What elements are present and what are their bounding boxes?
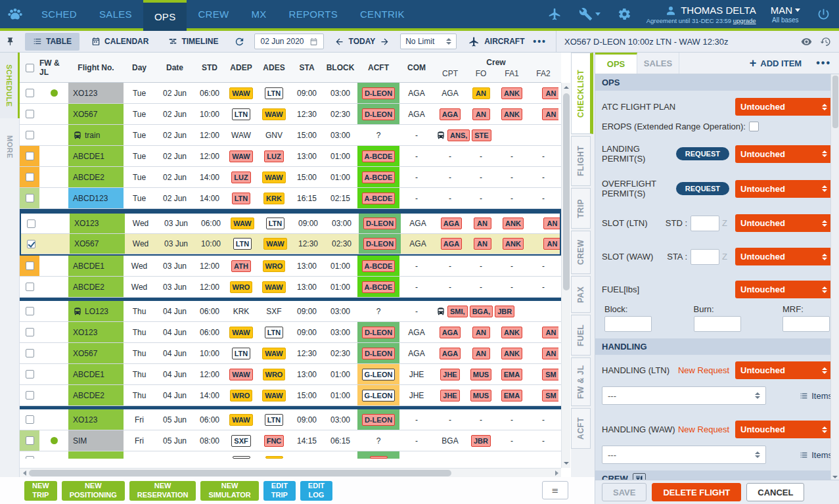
view-button-timeline[interactable]: TIMELINE (160, 33, 226, 51)
flight-no-cell[interactable]: ABCDE2 (68, 277, 124, 297)
items-button[interactable]: Items (800, 450, 832, 460)
view-button-calendar[interactable]: CALENDAR (83, 33, 156, 51)
nav-item-ops[interactable]: OPS (143, 0, 187, 31)
tab-sales[interactable]: SALES (637, 53, 679, 74)
flight-row[interactable]: XO123Fri05 Jun06:00WAWLTN09:0003:00D-LEO… (20, 409, 561, 430)
slot-sta-input[interactable] (691, 249, 719, 265)
fuel-mrf-input[interactable] (782, 316, 830, 332)
history-icon[interactable] (820, 36, 831, 47)
flight-row[interactable]: LO123Thu04 Jun06:00KRKSXF09:0003:00?-SMI… (20, 301, 561, 322)
sidebar-item-schedule[interactable]: SCHEDULE (0, 53, 20, 118)
handling-agent-select[interactable]: --- (602, 386, 766, 405)
add-item-button[interactable]: +ADD ITEM (743, 53, 808, 74)
flight-no-cell[interactable] (68, 451, 124, 459)
flight-no-cell[interactable]: ABCDE2 (68, 385, 124, 405)
flight-row[interactable]: ABCDE1Wed03 Jun12:00ATHWRO13:0001:00A-BC… (20, 256, 561, 277)
new-request-link[interactable]: New Request (678, 424, 729, 434)
flight-row[interactable]: ABCDE2Thu04 Jun14:00WROWAW15:0001:00G-LE… (20, 385, 561, 406)
row-checkbox[interactable] (26, 262, 34, 270)
side-tab-checklist[interactable]: CHECKLIST (571, 53, 593, 134)
logout-power-icon[interactable] (808, 0, 839, 28)
side-tab-fuel[interactable]: FUEL (571, 315, 591, 355)
scroll-up-arrow-icon[interactable] (564, 86, 569, 89)
status-select[interactable]: Untouched (735, 180, 832, 198)
row-checkbox[interactable] (26, 173, 34, 181)
flight-no-cell[interactable]: XO123 (68, 322, 124, 342)
refresh-icon[interactable] (234, 36, 245, 47)
flight-no-cell[interactable]: ABCDE1 (68, 256, 124, 276)
today-button[interactable]: TODAY (349, 37, 376, 46)
new-simulator-button[interactable]: NEWSIMULATOR (200, 481, 258, 501)
flight-row[interactable]: XO567Wed03 Jun10:00LTNWAW12:3002:30D-LEO… (21, 234, 560, 254)
layout-menu-button[interactable]: ≡ (542, 481, 568, 499)
new-reservation-button[interactable]: NEWRESERVATION (129, 481, 196, 501)
flight-no-cell[interactable]: XO123 (68, 83, 124, 103)
edit-log-button[interactable]: EDITLOG (300, 481, 332, 501)
status-select[interactable]: Untouched (735, 281, 832, 298)
erops-checkbox[interactable] (749, 122, 759, 131)
flight-row[interactable]: SIMFri05 Jun08:00SXFFNC14:1506:15?-BGAJB… (20, 430, 561, 451)
new-trip-button[interactable]: NEWTRIP (24, 481, 57, 501)
new-positioning-button[interactable]: NEWPOSITIONING (62, 481, 125, 501)
row-checkbox[interactable] (26, 436, 34, 445)
select-all-checkbox[interactable] (26, 64, 34, 72)
flight-no-cell[interactable]: XO567 (68, 104, 124, 124)
row-checkbox[interactable] (26, 283, 34, 291)
flight-no-cell[interactable]: XO123 (70, 214, 125, 233)
row-checkbox[interactable] (26, 415, 34, 424)
row-checkbox[interactable] (26, 194, 34, 202)
tools-wrench-icon[interactable] (570, 0, 609, 28)
flight-no-cell[interactable]: XO123 (68, 409, 124, 430)
request-button[interactable]: REQUEST (676, 147, 729, 160)
nav-item-centrik[interactable]: CENTRIK (349, 0, 416, 28)
status-select[interactable]: Untouched (735, 145, 832, 163)
flight-row[interactable]: XO567Thu04 Jun10:00LTNWAW12:3002:30D-LEO… (20, 343, 561, 364)
sidebar-item-more[interactable]: MORE (0, 124, 20, 170)
panel-scroll-down-icon[interactable] (832, 476, 838, 478)
status-select[interactable]: Untouched (735, 248, 832, 265)
flights-icon[interactable] (539, 0, 570, 28)
flight-no-cell[interactable]: train (68, 125, 124, 145)
flight-no-cell[interactable]: XO567 (70, 234, 125, 254)
flight-no-cell[interactable]: XO567 (68, 343, 124, 363)
prev-day-arrow-icon[interactable] (334, 37, 344, 47)
upgrade-link[interactable]: upgrade (733, 17, 756, 24)
side-tab-crew[interactable]: CREW (571, 231, 591, 274)
view-button-table[interactable]: TABLE (25, 33, 79, 51)
status-select[interactable]: Untouched (735, 361, 832, 379)
save-button[interactable]: SAVE (602, 483, 646, 501)
eye-icon[interactable] (801, 36, 812, 47)
row-checkbox[interactable] (26, 456, 34, 459)
flight-row[interactable]: XO123Wed03 Jun06:00WAWLTN09:0003:00D-LEO… (21, 214, 560, 234)
flight-row[interactable]: ABCD123Tue02 Jun14:00LTNKRK16:1502:15A-B… (20, 188, 561, 209)
request-button[interactable]: REQUEST (676, 182, 729, 195)
side-tab-acft[interactable]: ACFT (571, 408, 591, 449)
user-menu[interactable]: THOMAS DELTA Agreement until 31-DEC 23:5… (640, 0, 763, 28)
date-input[interactable]: 02 Jun 2020 (254, 34, 323, 49)
scroll-right-arrow-icon[interactable] (552, 469, 561, 478)
row-checkbox[interactable] (26, 370, 34, 378)
scroll-down-arrow-icon[interactable] (564, 462, 569, 465)
tab-ops[interactable]: OPS (595, 53, 637, 74)
row-checkbox[interactable] (26, 110, 34, 118)
panel-more-button[interactable]: ••• (808, 53, 839, 74)
nav-item-mx[interactable]: MX (240, 0, 278, 28)
flight-no-cell[interactable]: ABCDE2 (68, 167, 124, 187)
flight-no-cell[interactable]: ABCDE1 (68, 146, 124, 166)
vscroll-thumb[interactable] (563, 93, 570, 290)
delete-flight-button[interactable]: DELETE FLIGHT (652, 483, 741, 501)
flight-no-cell[interactable]: ABCD123 (68, 188, 124, 208)
pin-icon[interactable] (0, 37, 20, 47)
row-checkbox[interactable] (26, 328, 34, 336)
side-tab-flight[interactable]: FLIGHT (571, 136, 591, 186)
row-checkbox[interactable] (27, 240, 35, 248)
flight-row[interactable]: ABCDE2Tue02 Jun14:00LUZWAW15:0001:00A-BC… (20, 167, 561, 188)
status-select[interactable]: Untouched (735, 98, 832, 116)
flight-no-cell[interactable]: LO123 (68, 301, 124, 321)
flight-no-cell[interactable]: ABCDE1 (68, 364, 124, 384)
slot-std-input[interactable] (691, 216, 719, 231)
flight-no-cell[interactable]: SIM (68, 430, 124, 451)
flight-row[interactable]: ABCDE1Tue02 Jun12:00WAWLUZ13:0001:00A-BC… (20, 146, 561, 167)
flight-row[interactable]: trainTue02 Jun12:00WAWGNV15:0003:00?-ANS… (20, 125, 561, 146)
flight-row[interactable] (20, 451, 561, 459)
